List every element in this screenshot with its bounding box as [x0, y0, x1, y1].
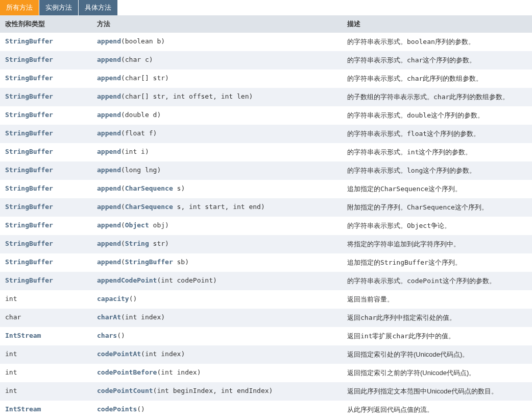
param-type-link[interactable]: CharSequence [125, 203, 173, 211]
return-type: StringBuffer [0, 69, 92, 88]
method-signature: append(char[] str, int offset, int len) [92, 88, 342, 106]
type-link[interactable]: IntStream [5, 405, 41, 413]
param-type: int [189, 203, 201, 211]
type-link[interactable]: StringBuffer [5, 74, 53, 82]
table-row: StringBufferappend(CharSequence s)追加指定的C… [0, 180, 532, 198]
desc-code: float [407, 130, 427, 137]
param-name: endIndex [233, 387, 269, 394]
method-link[interactable]: append [97, 92, 121, 100]
param-name: str [149, 92, 165, 100]
type-link[interactable]: StringBuffer [5, 203, 53, 211]
method-link[interactable]: append [97, 221, 121, 229]
return-type: StringBuffer [0, 272, 92, 290]
method-signature: codePointAt(int index) [92, 345, 342, 364]
return-type: StringBuffer [0, 51, 92, 69]
method-link[interactable]: append [97, 37, 121, 45]
method-link[interactable]: charAt [97, 313, 121, 321]
method-link[interactable]: append [97, 129, 121, 137]
method-link[interactable]: append [97, 74, 121, 82]
method-signature: append(CharSequence s, int start, int en… [92, 198, 342, 217]
desc-text: 这个序列。 [455, 203, 488, 211]
param-name: index [173, 368, 197, 376]
return-type: IntStream [0, 327, 92, 345]
method-description: 的字符串表示形式。char这个序列的参数。 [342, 51, 532, 69]
table-row: StringBufferappend(int i)的字符串表示形式。int这个序… [0, 143, 532, 161]
table-row: StringBufferappend(float f)的字符串表示形式。floa… [0, 125, 532, 143]
tab-all-methods[interactable]: 所有方法 [0, 0, 39, 15]
param-name: d [149, 111, 157, 119]
type-link[interactable]: StringBuffer [5, 92, 53, 100]
param-name: str [149, 74, 165, 82]
param-name: s [173, 184, 181, 192]
type-link[interactable]: IntStream [5, 332, 41, 339]
method-link[interactable]: append [97, 184, 121, 192]
method-link[interactable]: append [97, 111, 121, 119]
desc-code: boolean [407, 38, 435, 45]
method-link[interactable]: append [97, 148, 121, 155]
param-type-link[interactable]: Object [125, 221, 149, 229]
desc-text: 的字符串表示形式。 [347, 277, 407, 285]
tab-concrete-methods[interactable]: 具体方法 [79, 0, 118, 15]
param-type: float [125, 129, 145, 137]
table-row: StringBufferappend(double d)的字符串表示形式。dou… [0, 106, 532, 125]
desc-text: 从此序列返回代码点值的流。 [347, 406, 433, 413]
method-summary-table: 改性剂和类型 方法 描述 StringBufferappend(boolean … [0, 15, 532, 419]
type-link[interactable]: StringBuffer [5, 129, 53, 137]
param-type-link[interactable]: CharSequence [125, 184, 173, 192]
return-type: StringBuffer [0, 253, 92, 272]
return-type: int [0, 345, 92, 364]
method-link[interactable]: append [97, 203, 121, 211]
desc-text: 的子数组的字符串表示形式。 [347, 93, 433, 101]
desc-text: 此序列的数组参数。 [449, 93, 509, 101]
method-signature: append(long lng) [92, 161, 342, 180]
return-type: int [0, 290, 92, 309]
method-description: 返回char此序列中指定索引处的值。 [342, 309, 532, 327]
type-link[interactable]: StringBuffer [5, 258, 53, 266]
desc-text: 的字符串表示形式。 [347, 56, 407, 64]
method-link[interactable]: append [97, 56, 121, 63]
param-type: int [233, 203, 245, 211]
type-text: int [5, 387, 17, 394]
desc-text: 返回指定索引之前的字符(Unicode代码点)。 [347, 369, 475, 377]
method-link[interactable]: codePointBefore [97, 368, 157, 376]
type-link[interactable]: StringBuffer [5, 276, 53, 284]
desc-text: 返回 [347, 332, 360, 340]
desc-text: 返回此序列指定文本范围中Unicode代码点的数目。 [347, 387, 498, 395]
desc-code: StringBuffer [380, 259, 428, 266]
method-link[interactable]: chars [97, 332, 117, 339]
return-type: StringBuffer [0, 180, 92, 198]
method-description: 返回当前容量。 [342, 290, 532, 309]
param-type-link[interactable]: String [125, 240, 149, 247]
method-description: 从此序列返回代码点值的流。 [342, 401, 532, 419]
type-link[interactable]: StringBuffer [5, 166, 53, 174]
type-link[interactable]: StringBuffer [5, 240, 53, 247]
method-description: 的字符串表示形式。Object争论。 [342, 217, 532, 235]
param-type: double [125, 111, 149, 119]
col-header-description: 描述 [342, 15, 532, 33]
method-link[interactable]: codePointAt [97, 350, 141, 358]
method-link[interactable]: append [97, 240, 121, 247]
method-signature: append(String str) [92, 235, 342, 253]
table-row: intcodePointCount(int beginIndex, int en… [0, 382, 532, 401]
method-link[interactable]: capacity [97, 295, 129, 302]
method-link[interactable]: appendCodePoint [97, 276, 157, 284]
type-link[interactable]: StringBuffer [5, 184, 53, 192]
method-link[interactable]: codePointCount [97, 387, 153, 394]
param-type-link[interactable]: StringBuffer [125, 258, 173, 266]
method-signature: codePointBefore(int index) [92, 364, 342, 382]
method-link[interactable]: append [97, 166, 121, 174]
method-link[interactable]: codePoints [97, 405, 137, 413]
type-link[interactable]: StringBuffer [5, 37, 53, 45]
method-signature: appendCodePoint(int codePoint) [92, 272, 342, 290]
type-link[interactable]: StringBuffer [5, 148, 53, 155]
method-description: 的字符串表示形式。char此序列的数组参数。 [342, 69, 532, 88]
desc-text: 此序列中的值。 [408, 332, 455, 340]
return-type: IntStream [0, 401, 92, 419]
type-link[interactable]: StringBuffer [5, 111, 53, 119]
type-link[interactable]: StringBuffer [5, 221, 53, 229]
desc-text: 的字符串表示形式。 [347, 167, 407, 174]
method-link[interactable]: append [97, 258, 121, 266]
desc-code: CharSequence [407, 203, 455, 211]
type-link[interactable]: StringBuffer [5, 56, 53, 63]
tab-instance-methods[interactable]: 实例方法 [39, 0, 79, 15]
